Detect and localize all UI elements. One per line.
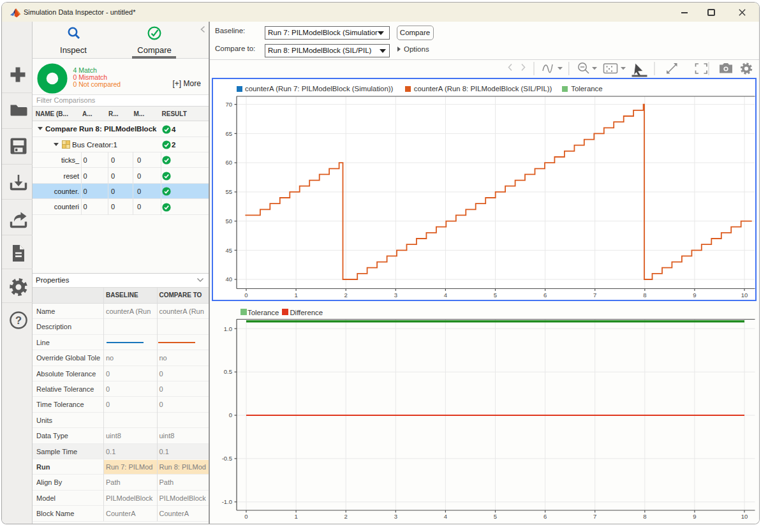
svg-text:-1.0: -1.0 <box>222 498 232 505</box>
svg-text:7: 7 <box>593 513 596 520</box>
svg-text:45: 45 <box>225 247 232 254</box>
svg-text:9: 9 <box>693 292 696 299</box>
svg-text:70: 70 <box>225 101 232 108</box>
svg-text:5: 5 <box>494 513 497 520</box>
svg-text:55: 55 <box>225 188 232 195</box>
svg-text:-0.5: -0.5 <box>222 455 232 462</box>
svg-text:4: 4 <box>444 513 447 520</box>
svg-text:10: 10 <box>741 513 748 520</box>
svg-text:8: 8 <box>643 292 646 299</box>
svg-text:0.5: 0.5 <box>224 368 232 375</box>
svg-text:2: 2 <box>344 292 348 299</box>
svg-text:1: 1 <box>294 513 297 520</box>
svg-text:8: 8 <box>643 513 646 520</box>
svg-text:3: 3 <box>394 292 397 299</box>
svg-text:60: 60 <box>225 159 232 166</box>
svg-text:6: 6 <box>543 292 547 299</box>
svg-text:0: 0 <box>244 513 248 520</box>
svg-text:0: 0 <box>229 411 232 418</box>
svg-text:1: 1 <box>294 292 297 299</box>
svg-text:9: 9 <box>693 513 696 520</box>
svg-text:10: 10 <box>741 292 748 299</box>
svg-text:40: 40 <box>225 276 232 283</box>
svg-text:0: 0 <box>244 292 248 299</box>
svg-text:65: 65 <box>225 130 232 137</box>
svg-text:5: 5 <box>494 292 497 299</box>
svg-text:1.0: 1.0 <box>224 325 232 332</box>
svg-text:7: 7 <box>593 292 596 299</box>
svg-text:3: 3 <box>394 513 397 520</box>
svg-text:6: 6 <box>543 513 547 520</box>
svg-text:4: 4 <box>444 292 447 299</box>
svg-text:50: 50 <box>225 218 232 225</box>
svg-text:2: 2 <box>344 513 348 520</box>
